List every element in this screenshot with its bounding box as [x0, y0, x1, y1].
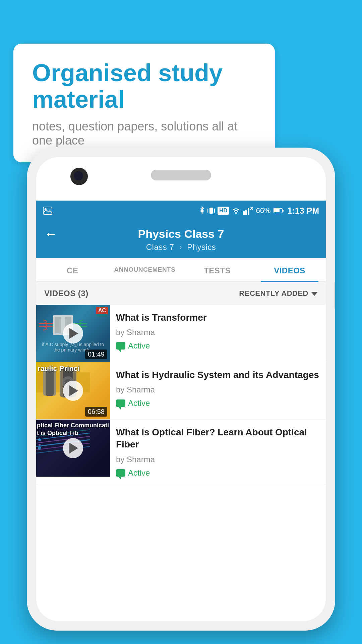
video-status-1: Active — [116, 341, 150, 351]
svg-point-34 — [38, 438, 41, 441]
breadcrumb-separator: › — [179, 243, 182, 252]
svg-line-29 — [36, 436, 90, 443]
svg-rect-12 — [274, 209, 280, 212]
video-title-1: What is Transformer — [116, 312, 320, 324]
header-title-row: ← Physics Class 7 — [44, 227, 318, 240]
status-right: HD — [199, 206, 319, 216]
thumb-label-hydraulic: raulic Princi — [38, 364, 80, 373]
video-status-3: Active — [116, 468, 150, 478]
bluetooth-icon — [199, 206, 205, 215]
tabs-bar: CE ANNOUNCEMENTS TESTS VIDEOS — [36, 258, 326, 282]
chat-icon-3 — [116, 469, 125, 477]
tab-ce[interactable]: CE — [36, 258, 109, 281]
gallery-icon — [43, 207, 52, 215]
sort-label: RECENTLY ADDED — [239, 289, 308, 298]
ac-badge: AC — [96, 307, 108, 314]
play-triangle-icon-2 — [69, 385, 78, 396]
video-title-2: What is Hydraulic System and its Advanta… — [116, 369, 320, 381]
video-info-1: What is Transformer by Sharma Active — [110, 305, 326, 357]
app-header: ← Physics Class 7 Class 7 › Physics — [36, 221, 326, 258]
hd-badge: HD — [218, 207, 229, 215]
play-button-2[interactable] — [63, 381, 83, 401]
play-button-1[interactable] — [63, 323, 83, 343]
sort-button[interactable]: RECENTLY ADDED — [239, 289, 318, 298]
video-info-3: What is Optical Fiber? Learn About Optic… — [110, 420, 326, 484]
list-header: VIDEOS (3) RECENTLY ADDED — [36, 282, 326, 305]
video-info-2: What is Hydraulic System and its Advanta… — [110, 362, 326, 414]
video-item-2[interactable]: raulic Princi 06:58 What is Hydraulic Sy… — [36, 362, 326, 420]
video-item-1[interactable]: AC if A.C supply (V₁) is applied to the … — [36, 305, 326, 362]
tab-announcements[interactable]: ANNOUNCEMENTS — [109, 258, 181, 281]
svg-rect-6 — [243, 211, 245, 215]
active-label-2: Active — [128, 398, 150, 408]
status-time: 1:13 PM — [288, 206, 319, 216]
breadcrumb: Class 7 › Physics — [44, 243, 318, 252]
video-thumb-2: raulic Princi 06:58 — [36, 362, 110, 419]
video-status-2: Active — [116, 398, 150, 408]
play-button-3[interactable] — [63, 438, 83, 458]
video-duration-1: 01:49 — [85, 350, 107, 359]
tab-videos[interactable]: VIDEOS — [253, 258, 326, 281]
video-duration-2: 06:58 — [85, 407, 107, 417]
video-thumb-3: ptical Fiber Communicatit is Optical Fib — [36, 420, 110, 477]
tab-tests[interactable]: TESTS — [181, 258, 253, 281]
svg-rect-8 — [248, 208, 249, 215]
video-list: AC if A.C supply (V₁) is applied to the … — [36, 305, 326, 484]
svg-rect-23 — [46, 369, 54, 396]
thumb-label-optical: ptical Fiber Communicatit is Optical Fib — [37, 422, 109, 437]
transformer-graphic — [36, 305, 90, 345]
active-label-1: Active — [128, 341, 150, 351]
battery-percent: 66% — [256, 206, 270, 215]
back-button[interactable]: ← — [44, 226, 58, 241]
battery-icon — [274, 207, 284, 214]
signal-icon — [243, 207, 253, 215]
status-bar: HD — [36, 201, 326, 221]
video-author-3: by Sharma — [116, 455, 320, 464]
active-label-3: Active — [128, 468, 150, 478]
svg-point-35 — [39, 444, 41, 446]
play-triangle-icon-3 — [69, 443, 78, 453]
video-title-3: What is Optical Fiber? Learn About Optic… — [116, 426, 320, 451]
svg-rect-13 — [283, 210, 284, 212]
phone-frame: HD — [27, 148, 335, 631]
page-title: Physics Class 7 — [138, 227, 224, 240]
svg-rect-2 — [209, 208, 213, 214]
svg-rect-7 — [245, 210, 247, 215]
phone-camera — [70, 168, 88, 185]
phone-speaker — [151, 170, 211, 180]
video-author-2: by Sharma — [116, 385, 320, 394]
video-thumb-1: AC if A.C supply (V₁) is applied to the … — [36, 305, 110, 362]
phone-screen: HD — [36, 201, 326, 621]
vibrate-icon — [207, 206, 215, 215]
thumb-bg-optical: ptical Fiber Communicatit is Optical Fib — [36, 420, 110, 477]
chat-icon-1 — [116, 342, 125, 350]
breadcrumb-class: Class 7 — [146, 243, 174, 252]
bubble-subtitle: notes, question papers, solutions all at… — [32, 119, 256, 148]
status-left — [43, 207, 52, 215]
svg-point-36 — [38, 446, 41, 450]
video-author-1: by Sharma — [116, 328, 320, 337]
breadcrumb-subject: Physics — [187, 243, 216, 252]
svg-rect-0 — [43, 207, 52, 214]
video-item-3[interactable]: ptical Fiber Communicatit is Optical Fib… — [36, 420, 326, 484]
chat-icon-2 — [116, 399, 125, 407]
speech-bubble: Organised study material notes, question… — [13, 44, 275, 162]
video-count: VIDEOS (3) — [44, 289, 88, 298]
svg-point-5 — [235, 212, 237, 214]
play-triangle-icon — [69, 328, 78, 339]
chevron-down-icon — [311, 292, 318, 296]
svg-rect-15 — [55, 317, 61, 333]
phone-inner: HD — [36, 157, 326, 621]
wifi-icon — [232, 207, 240, 214]
bubble-title: Organised study material — [32, 60, 256, 113]
phone-side-button — [334, 282, 335, 309]
